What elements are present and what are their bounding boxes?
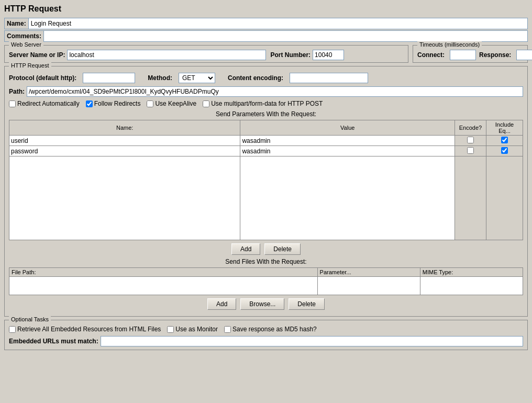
- col-encode: Encode?: [455, 120, 486, 136]
- multipart-label: Use multipart/form-data for HTTP POST: [211, 100, 323, 107]
- files-row-empty: [9, 277, 523, 295]
- embedded-input[interactable]: [101, 336, 523, 346]
- col-name: Name:: [9, 120, 240, 136]
- encode-1: [455, 136, 486, 146]
- param-name-1: userid: [9, 136, 240, 146]
- md5-label: Save response as MD5 hash?: [232, 326, 317, 333]
- checkbox-row: Redirect Automatically Follow Redirects …: [9, 100, 523, 107]
- param-col: Parameter...: [317, 268, 420, 277]
- col-value: Value: [240, 120, 455, 136]
- follow-redirects-checkbox: Follow Redirects: [86, 100, 141, 107]
- include-check-1[interactable]: [501, 137, 508, 143]
- multipart-checkbox: Use multipart/form-data for HTTP POST: [203, 100, 323, 107]
- http-request-title: HTTP Request: [9, 62, 51, 69]
- include-check-2[interactable]: [501, 147, 508, 154]
- keepalive-checkbox: Use KeepAlive: [147, 100, 196, 107]
- param-value-1: wasadmin: [240, 136, 455, 146]
- protocol-input[interactable]: [83, 73, 135, 83]
- keepalive-check[interactable]: [147, 100, 153, 107]
- name-row: Name:: [4, 18, 528, 29]
- follow-redirects-label: Follow Redirects: [94, 100, 141, 107]
- redirect-auto-checkbox: Redirect Automatically: [9, 100, 80, 107]
- page-title: HTTP Request: [4, 4, 528, 14]
- redirect-auto-label: Redirect Automatically: [17, 100, 80, 107]
- encoding-label: Content encoding:: [228, 74, 283, 82]
- port-label: Port Number:: [270, 51, 311, 59]
- comments-label: Comments:: [5, 31, 44, 41]
- path-label: Path:: [9, 88, 25, 95]
- files-buttons: Add Browse... Delete: [9, 298, 523, 310]
- comments-row: Comments:: [4, 30, 528, 42]
- encode-check-2[interactable]: [467, 147, 474, 154]
- connect-input[interactable]: [450, 50, 476, 60]
- web-server-section: Web Server Server Name or IP: Port Numbe…: [4, 45, 408, 63]
- method-label: Method:: [148, 74, 172, 82]
- mime-col: MIME Type:: [420, 268, 523, 277]
- protocol-label: Protocol (default http):: [9, 74, 76, 82]
- path-input[interactable]: [27, 86, 523, 97]
- files-table: File Path: Parameter... MIME Type:: [9, 267, 523, 295]
- md5-checkbox: Save response as MD5 hash?: [224, 326, 317, 333]
- comments-input[interactable]: [44, 31, 527, 41]
- include-2: [486, 146, 523, 156]
- delete-file-button[interactable]: Delete: [289, 298, 325, 310]
- send-params-section: Send Parameters With the Request: Name: …: [9, 110, 523, 240]
- monitor-label: Use as Monitor: [175, 326, 218, 333]
- retrieve-label: Retrieve All Embedded Resources from HTM…: [17, 326, 161, 333]
- redirect-auto-check[interactable]: [9, 100, 16, 107]
- table-row-empty: [9, 156, 523, 240]
- keepalive-label: Use KeepAlive: [155, 100, 196, 107]
- col-include: Include Eq...: [486, 120, 523, 136]
- port-input[interactable]: [313, 50, 344, 60]
- add-file-button[interactable]: Add: [207, 298, 236, 310]
- embedded-label: Embedded URLs must match:: [9, 338, 98, 345]
- name-input[interactable]: [29, 18, 527, 29]
- send-files-section: Send Files With the Request: File Path: …: [9, 258, 523, 295]
- http-request-section: HTTP Request Protocol (default http): Me…: [4, 66, 528, 317]
- params-table: Name: Value Encode? Include Eq... userid…: [9, 120, 523, 240]
- param-name-2: password: [9, 146, 240, 156]
- name-label: Name:: [5, 18, 29, 29]
- md5-check[interactable]: [224, 326, 231, 333]
- table-row: userid wasadmin: [9, 136, 523, 146]
- add-param-button[interactable]: Add: [231, 243, 260, 255]
- browse-button[interactable]: Browse...: [240, 298, 284, 310]
- monitor-checkbox: Use as Monitor: [167, 326, 218, 333]
- response-label: Response:: [479, 51, 511, 59]
- server-input[interactable]: [67, 50, 266, 60]
- optional-tasks-section: Optional Tasks Retrieve All Embedded Res…: [4, 320, 528, 350]
- web-server-title: Web Server: [9, 41, 43, 48]
- send-params-title: Send Parameters With the Request:: [9, 110, 523, 118]
- params-buttons: Add Delete: [9, 243, 523, 255]
- monitor-check[interactable]: [167, 326, 174, 333]
- response-input[interactable]: [516, 50, 532, 60]
- multipart-check[interactable]: [203, 100, 209, 107]
- include-1: [486, 136, 523, 146]
- encoding-input[interactable]: [290, 73, 368, 83]
- retrieve-check[interactable]: [9, 326, 16, 333]
- path-row: Path:: [9, 86, 523, 97]
- server-label: Server Name or IP:: [9, 51, 65, 59]
- retrieve-checkbox: Retrieve All Embedded Resources from HTM…: [9, 326, 161, 333]
- timeouts-title: Timeouts (milliseconds): [417, 41, 482, 48]
- connect-label: Connect:: [417, 51, 445, 59]
- follow-redirects-check[interactable]: [86, 100, 93, 107]
- timeouts-section: Timeouts (milliseconds) Connect: Respons…: [413, 45, 528, 63]
- method-select[interactable]: GET POST PUT DELETE HEAD: [179, 73, 215, 83]
- table-row: password wasadmin: [9, 146, 523, 156]
- send-files-title: Send Files With the Request:: [9, 258, 523, 265]
- filepath-col: File Path:: [9, 268, 318, 277]
- encode-check-1[interactable]: [467, 137, 474, 143]
- optional-title: Optional Tasks: [9, 316, 51, 322]
- param-value-2: wasadmin: [240, 146, 455, 156]
- delete-param-button[interactable]: Delete: [264, 243, 301, 255]
- encode-2: [455, 146, 486, 156]
